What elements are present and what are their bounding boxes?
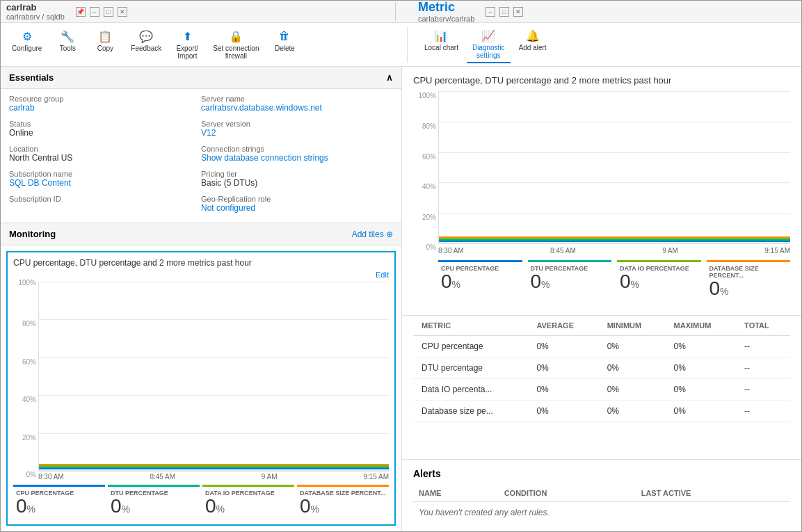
right-window-controls: – □ ✕ bbox=[486, 7, 523, 17]
essentials-grid: Resource group carlrab Status Online Loc… bbox=[1, 89, 401, 223]
edit-chart-link[interactable]: Edit bbox=[13, 271, 389, 279]
right-cpu-indicator: CPU PERCENTAGE 0 % bbox=[438, 260, 522, 301]
dbsize-indicator-name: DATABASE SIZE PERCENT... bbox=[300, 490, 386, 497]
subscription-id-field: Subscription ID bbox=[9, 195, 201, 203]
essentials-title: Essentials bbox=[9, 72, 54, 83]
feedback-button[interactable]: 💬 Feedback bbox=[125, 26, 167, 63]
cpu-indicator: CPU PERCENTAGE 0 % bbox=[13, 485, 105, 519]
col-metric: METRIC bbox=[413, 316, 528, 336]
pricing-tier-value: Basic (5 DTUs) bbox=[201, 178, 393, 188]
dataio-indicator: DATA IO PERCENTAGE 0 % bbox=[202, 485, 294, 519]
col-minimum: MINIMUM bbox=[599, 316, 666, 336]
dbsize-indicator: DATABASE SIZE PERCENT... 0 % bbox=[297, 485, 389, 519]
essentials-right-col: Server name carlrabsrv.database.windows.… bbox=[201, 95, 393, 217]
diagnostic-settings-button[interactable]: 📈 Diagnosticsettings bbox=[467, 26, 511, 63]
add-alert-button[interactable]: 🔔 Add alert bbox=[513, 26, 552, 63]
alerts-title: Alerts bbox=[413, 468, 790, 479]
table-row: CPU percentage 0% 0% 0% -- bbox=[413, 336, 790, 357]
server-name-value[interactable]: carlrabsrv.database.windows.net bbox=[201, 103, 322, 113]
essentials-collapse-icon[interactable]: ∧ bbox=[386, 72, 393, 83]
chart-card: CPU percentage, DTU percentage and 2 mor… bbox=[6, 251, 396, 526]
delete-button[interactable]: 🗑 Delete bbox=[267, 26, 302, 63]
dtu-chart-line bbox=[39, 467, 389, 468]
firewall-button[interactable]: 🔒 Set connectionfirewall bbox=[207, 26, 264, 63]
location-label: Location bbox=[9, 145, 201, 153]
row-metric-name: CPU percentage bbox=[413, 336, 528, 357]
left-panel: Essentials ∧ Resource group carlrab Stat… bbox=[1, 67, 402, 531]
chart-title: CPU percentage, DTU percentage and 2 mor… bbox=[13, 258, 389, 268]
left-pin-btn[interactable]: 📌 bbox=[76, 7, 86, 17]
metrics-table-section: METRIC AVERAGE MINIMUM MAXIMUM TOTAL CPU… bbox=[402, 316, 801, 459]
metrics-table: METRIC AVERAGE MINIMUM MAXIMUM TOTAL CPU… bbox=[413, 316, 790, 422]
row-metric-name: DTU percentage bbox=[413, 357, 528, 379]
dtu-indicator-name: DTU PERCENTAGE bbox=[111, 490, 197, 497]
server-version-label: Server version bbox=[201, 120, 393, 128]
row-minimum: 0% bbox=[599, 336, 666, 357]
toolbar: ⚙ Configure 🔧 Tools 📋 Copy 💬 Feedback ⬆ … bbox=[1, 23, 801, 67]
col-maximum: MAXIMUM bbox=[666, 316, 737, 336]
cpu-indicator-name: CPU PERCENTAGE bbox=[16, 490, 102, 497]
right-panel: CPU percentage, DTU percentage and 2 mor… bbox=[402, 67, 801, 531]
subscription-id-label: Subscription ID bbox=[9, 195, 201, 203]
status-field: Status Online bbox=[9, 120, 201, 138]
left-maximize-btn[interactable]: □ bbox=[104, 7, 113, 17]
row-average: 0% bbox=[528, 379, 598, 401]
cpu-indicator-value: 0 bbox=[16, 497, 27, 516]
row-maximum: 0% bbox=[666, 357, 737, 379]
subscription-name-value[interactable]: SQL DB Content bbox=[9, 178, 71, 188]
row-maximum: 0% bbox=[666, 401, 737, 422]
alert-col-condition: CONDITION bbox=[499, 485, 636, 502]
tools-button[interactable]: 🔧 Tools bbox=[50, 26, 85, 63]
local-chart-button[interactable]: 📊 Local chart bbox=[419, 26, 464, 63]
row-minimum: 0% bbox=[599, 401, 666, 422]
row-minimum: 0% bbox=[599, 357, 666, 379]
left-window-subtitle: carlrabsrv / sqldb bbox=[6, 13, 65, 21]
resource-group-value[interactable]: carlrab bbox=[9, 103, 35, 113]
dbsize-chart-line bbox=[39, 464, 389, 465]
right-close-btn[interactable]: ✕ bbox=[513, 7, 523, 17]
dtu-indicator: DTU PERCENTAGE 0 % bbox=[108, 485, 200, 519]
geo-replication-label: Geo-Replication role bbox=[201, 195, 393, 203]
row-average: 0% bbox=[528, 336, 598, 357]
configure-button[interactable]: ⚙ Configure bbox=[6, 26, 47, 63]
table-row: Data IO percenta... 0% 0% 0% -- bbox=[413, 379, 790, 401]
cpu-indicator-unit: % bbox=[27, 503, 35, 515]
row-maximum: 0% bbox=[666, 336, 737, 357]
essentials-header: Essentials ∧ bbox=[1, 67, 401, 89]
dtu-indicator-unit: % bbox=[122, 503, 130, 515]
firewall-icon: 🔒 bbox=[229, 29, 243, 43]
right-title-bar: Metric carlabsrv/carlrab – □ ✕ bbox=[407, 0, 796, 23]
chart-area: 100% 80% 60% 40% bbox=[38, 282, 389, 471]
chart-x-labels: 8:30 AM 8:45 AM 9 AM 9:15 AM bbox=[38, 471, 389, 482]
alert-col-name: NAME bbox=[413, 485, 499, 502]
alerts-table: NAME CONDITION LAST ACTIVE You haven't c… bbox=[413, 485, 790, 523]
essentials-left-col: Resource group carlrab Status Online Loc… bbox=[9, 95, 201, 217]
row-minimum: 0% bbox=[599, 379, 666, 401]
connection-strings-field: Connection strings Show database connect… bbox=[201, 145, 393, 163]
export-button[interactable]: ⬆ Export/Import bbox=[170, 26, 204, 63]
geo-replication-value[interactable]: Not configured bbox=[201, 203, 255, 213]
right-dtu-indicator: DTU PERCENTAGE 0 % bbox=[528, 260, 612, 301]
configure-icon: ⚙ bbox=[20, 29, 34, 43]
subscription-name-field: Subscription name SQL DB Content bbox=[9, 170, 201, 188]
alert-col-last-active: LAST ACTIVE bbox=[636, 485, 790, 502]
resource-group-label: Resource group bbox=[9, 95, 201, 103]
add-alert-icon: 🔔 bbox=[526, 29, 540, 42]
copy-button[interactable]: 📋 Copy bbox=[88, 26, 122, 63]
right-maximize-btn[interactable]: □ bbox=[499, 7, 509, 17]
pricing-tier-label: Pricing tier bbox=[201, 170, 393, 178]
right-minimize-btn[interactable]: – bbox=[486, 7, 495, 17]
left-window-title: carlrab bbox=[6, 2, 65, 13]
left-close-btn[interactable]: ✕ bbox=[118, 7, 127, 17]
location-field: Location North Central US bbox=[9, 145, 201, 163]
dataio-indicator-name: DATA IO PERCENTAGE bbox=[205, 490, 291, 497]
alerts-empty-message: You haven't created any alert rules. bbox=[413, 502, 790, 524]
feedback-icon: 💬 bbox=[139, 29, 153, 43]
server-version-value[interactable]: V12 bbox=[201, 128, 216, 138]
alerts-empty-row: You haven't created any alert rules. bbox=[413, 502, 790, 524]
left-minimize-btn[interactable]: – bbox=[90, 7, 99, 17]
diagnostic-icon: 📈 bbox=[481, 29, 495, 42]
tools-icon: 🔧 bbox=[61, 29, 74, 43]
add-tiles-button[interactable]: Add tiles ⊕ bbox=[352, 229, 393, 239]
connection-strings-value[interactable]: Show database connection strings bbox=[201, 153, 328, 163]
